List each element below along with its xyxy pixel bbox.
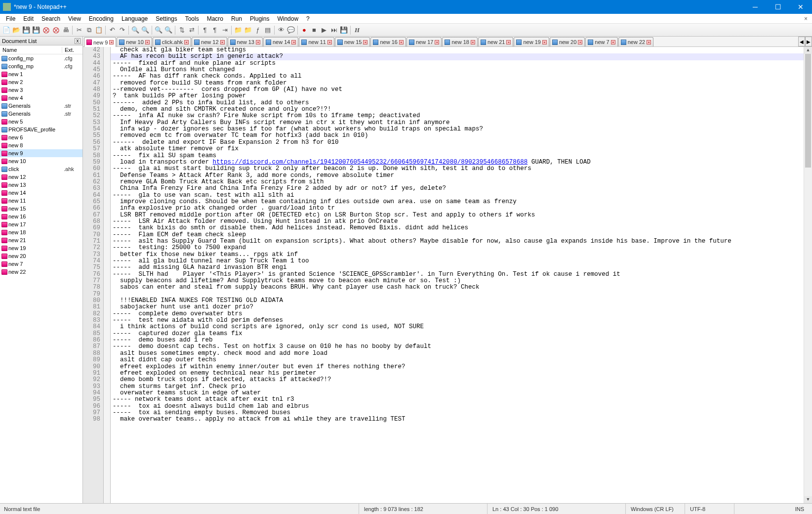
doclist-item[interactable]: new 4 [0, 94, 82, 102]
doclist-item[interactable]: config_mp.cfg [0, 62, 82, 70]
menu-tools[interactable]: Tools [181, 15, 203, 23]
comment-icon[interactable]: 💬 [286, 26, 295, 35]
doclist-item[interactable]: new 15 [0, 205, 82, 213]
code-line[interactable]: ----- test new aidata with old perim def… [111, 317, 804, 324]
code-line[interactable]: improve cloning conds. Should be when te… [111, 199, 804, 205]
monitor-icon[interactable]: 👁 [277, 26, 285, 35]
doclist-item[interactable]: new 19 [0, 244, 82, 252]
tab-close-icon[interactable]: × [506, 40, 511, 44]
tab-scroll-left[interactable]: ◀ [798, 37, 805, 46]
menu-edit[interactable]: Edit [19, 15, 38, 23]
code-line[interactable]: ----- gla to use van scan. test with all… [111, 192, 804, 199]
code-line[interactable]: infa explosive prio atk changed order . … [111, 205, 804, 212]
document-list[interactable]: config_mp.cfgconfig_mp.cfgnew 1new 2new … [0, 54, 82, 503]
code-line[interactable]: chem sturms target inf. Check prio [111, 384, 804, 390]
code-line[interactable]: ----- SLTH had Player '<This Player>' is… [111, 271, 804, 278]
tab-new-15[interactable]: new 15× [335, 37, 370, 46]
code-area[interactable]: check aslt gla biker team settings AF ha… [111, 47, 804, 503]
code-line[interactable]: China Infa Frenzy Fire and China Infa Fr… [111, 185, 804, 192]
doclist-item[interactable]: new 1 [0, 70, 82, 78]
redo-icon[interactable]: ↷ [118, 26, 126, 35]
code-line[interactable]: ------ delete and export IF Base Expansi… [111, 139, 804, 146]
close-file-icon[interactable]: ⨂ [41, 26, 50, 35]
code-line[interactable]: ----- tank bixis do smth or disable them… [111, 225, 804, 231]
vertical-scrollbar[interactable]: ▲ ▼ [804, 47, 812, 503]
menu-macro[interactable]: Macro [203, 15, 227, 23]
tab-close-icon[interactable]: × [647, 40, 651, 44]
col-ext[interactable]: Ext. [62, 47, 82, 53]
editor[interactable]: 4243444546474849505152535455565758596061… [83, 47, 812, 503]
code-line[interactable]: ----- complete demo overwater btrs [111, 311, 804, 317]
code-line[interactable]: ----- fix all SU spam teams [111, 153, 804, 159]
code-line[interactable] [111, 291, 804, 298]
tab-close-icon[interactable]: × [399, 40, 404, 44]
tab-new-20[interactable]: new 20× [550, 37, 585, 46]
code-line[interactable]: ----- all gla build tunnel near Sup Truc… [111, 258, 804, 264]
tab-new-18[interactable]: new 18× [442, 37, 477, 46]
code-line[interactable]: aslt didnt cap outer techs [111, 357, 804, 363]
menu-view[interactable]: View [64, 15, 85, 23]
code-line[interactable]: overwater teams stuck in edge of water [111, 390, 804, 396]
indent-icon[interactable]: ⇥ [220, 26, 229, 35]
code-line[interactable]: check aslt gla biker team settings [111, 47, 804, 53]
doclist-item[interactable]: new 6 [0, 133, 82, 141]
tab-close-icon[interactable]: × [435, 40, 439, 44]
code-line[interactable]: --removed vet--------- cores dropped fro… [111, 86, 804, 93]
code-line[interactable]: OnIdle all Burtons Hunt changed [111, 67, 804, 73]
code-line[interactable]: ----- tox ai sending empty buses. Remove… [111, 410, 804, 416]
menu-close-icon[interactable]: × [800, 15, 810, 23]
code-line[interactable]: better fix those new biker teams... rpgs… [111, 252, 804, 258]
doclist-item[interactable]: new 20 [0, 252, 82, 260]
doclist-item[interactable]: new 5 [0, 118, 82, 126]
code-line[interactable]: Inf Heavy Pad Arty Callers Buy INFs scri… [111, 120, 804, 126]
scroll-down-icon[interactable]: ▼ [804, 496, 812, 503]
tab-new-9[interactable]: new 9× [84, 37, 116, 47]
code-line[interactable]: infa wip - dozer ignores sec bases if to… [111, 126, 804, 132]
doclist-item[interactable]: new 12 [0, 173, 82, 181]
col-name[interactable]: Name [0, 47, 62, 53]
code-line[interactable]: remove GLA Bomb Truck Attack Back etc sc… [111, 179, 804, 185]
tab-click.ahk[interactable]: click.ahk× [153, 37, 191, 46]
code-line[interactable]: demo, chem and slth CMDTRK created once … [111, 106, 804, 113]
print-icon[interactable]: 🖶 [61, 26, 70, 35]
doclist-item[interactable]: new 17 [0, 220, 82, 228]
tab-new-14[interactable]: new 14× [263, 37, 298, 46]
code-line[interactable]: aslt buses sometimes empty. check mood a… [111, 350, 804, 357]
tab-new-7[interactable]: new 7× [585, 37, 617, 46]
scroll-up-icon[interactable]: ▲ [804, 47, 812, 54]
doclist-item[interactable]: click.ahk [0, 165, 82, 173]
code-line[interactable]: atk absolute timer remove or fix [111, 146, 804, 152]
tab-close-icon[interactable]: × [363, 40, 367, 44]
menu-window[interactable]: Window [273, 15, 302, 23]
tab-close-icon[interactable]: × [291, 40, 296, 44]
doclist-item[interactable]: new 14 [0, 189, 82, 197]
code-line[interactable]: ------ added 2 PPs to infa build list, a… [111, 100, 804, 106]
menu-language[interactable]: Language [118, 15, 152, 23]
zoom-in-icon[interactable]: 🔍 [154, 26, 163, 35]
play-icon[interactable]: ▶ [320, 26, 328, 35]
tab-close-icon[interactable]: × [145, 40, 150, 44]
tab-new-13[interactable]: new 13× [228, 37, 263, 46]
doclist-item[interactable]: new 10 [0, 157, 82, 165]
replace-icon[interactable]: 🔍 [141, 26, 150, 35]
code-line[interactable]: removed ecm tc from overwater TC team fo… [111, 132, 804, 139]
tab-close-icon[interactable]: × [611, 40, 615, 44]
tab-close-icon[interactable]: × [327, 40, 332, 44]
tab-close-icon[interactable]: × [578, 40, 582, 44]
save-icon[interactable]: 💾 [22, 26, 31, 35]
copy-icon[interactable]: ⧉ [84, 26, 93, 35]
doclist-item[interactable]: new 22 [0, 268, 82, 276]
tab-close-icon[interactable]: × [220, 40, 225, 44]
doclist-item[interactable]: new 2 [0, 78, 82, 86]
menu-search[interactable]: Search [38, 15, 64, 23]
code-line[interactable]: ----- add missing GLA hazard invasion BT… [111, 264, 804, 271]
doclist-item[interactable]: new 13 [0, 181, 82, 189]
code-line[interactable]: i think actions of build cond scripts ar… [111, 324, 804, 330]
code-line[interactable]: ----- tox ai doesnt always build chem la… [111, 403, 804, 410]
code-line[interactable]: ----- aslt has Supply Guard Team (built … [111, 238, 804, 245]
doclist-item[interactable]: new 21 [0, 236, 82, 244]
code-line[interactable]: ----- Flam ECM def team check sleep [111, 232, 804, 238]
doclist-item[interactable]: Generals.str [0, 110, 82, 118]
close-all-icon[interactable]: ⨂ [51, 26, 60, 35]
sync-h-icon[interactable]: ⇄ [187, 26, 196, 35]
